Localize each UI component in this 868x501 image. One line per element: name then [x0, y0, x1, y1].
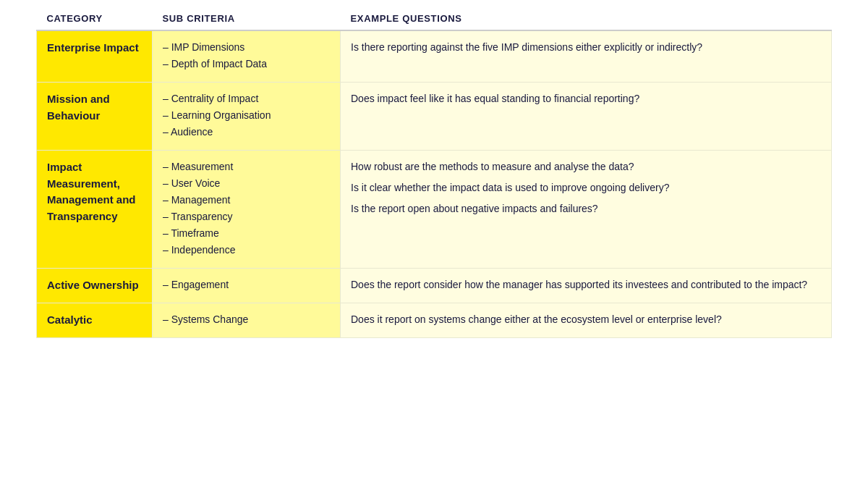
table-row: Impact Measurement, Management and Trans… — [37, 151, 832, 269]
questions-cell-impact-measurement: How robust are the methods to measure an… — [341, 151, 832, 269]
sub-criteria-item: – Learning Organisation — [163, 108, 330, 123]
sub-criteria-item: – Independence — [163, 243, 330, 258]
subcriteria-cell-enterprise-impact: – IMP Dimensions– Depth of Impact Data — [153, 30, 341, 83]
question-text: Is there reporting against the five IMP … — [351, 40, 821, 55]
questions-cell-catalytic: Does it report on systems change either … — [341, 303, 832, 338]
category-label-mission-behaviour: Mission and Behaviour — [47, 93, 110, 122]
question-text: Is it clear whether the impact data is u… — [351, 180, 821, 195]
sub-criteria-item: – Systems Change — [163, 312, 330, 327]
category-label-active-ownership: Active Ownership — [47, 279, 139, 291]
category-label-catalytic: Catalytic — [47, 313, 93, 326]
question-text: Does it report on systems change either … — [351, 312, 821, 327]
table-row: Mission and Behaviour– Centrality of Imp… — [37, 83, 832, 151]
sub-criteria-item: – Audience — [163, 125, 330, 140]
table-row: Catalytic– Systems ChangeDoes it report … — [37, 303, 832, 338]
question-text: How robust are the methods to measure an… — [351, 159, 821, 174]
sub-criteria-item: – Depth of Impact Data — [163, 56, 330, 72]
questions-cell-enterprise-impact: Is there reporting against the five IMP … — [341, 30, 832, 83]
sub-criteria-item: – User Voice — [163, 176, 330, 191]
subcriteria-cell-active-ownership: – Engagement — [153, 269, 341, 303]
main-table-container: CATEGORY SUB CRITERIA EXAMPLE QUESTIONS … — [36, 7, 832, 338]
header-questions: EXAMPLE QUESTIONS — [341, 7, 832, 30]
sub-criteria-item: – Timeframe — [163, 226, 330, 241]
sub-criteria-item: – Engagement — [163, 277, 330, 292]
table-row: Active Ownership– EngagementDoes the rep… — [37, 269, 832, 303]
category-cell-mission-behaviour: Mission and Behaviour — [37, 83, 153, 151]
questions-cell-mission-behaviour: Does impact feel like it has equal stand… — [341, 83, 832, 151]
category-cell-active-ownership: Active Ownership — [37, 269, 153, 303]
table-row: Enterprise Impact– IMP Dimensions– Depth… — [37, 30, 832, 83]
sub-criteria-item: – Measurement — [163, 159, 330, 174]
questions-cell-active-ownership: Does the report consider how the manager… — [341, 269, 832, 303]
category-cell-impact-measurement: Impact Measurement, Management and Trans… — [37, 151, 153, 269]
criteria-table: CATEGORY SUB CRITERIA EXAMPLE QUESTIONS … — [36, 7, 832, 338]
header-category: CATEGORY — [37, 7, 153, 30]
sub-criteria-item: – Transparency — [163, 209, 330, 224]
question-text: Is the report open about negative impact… — [351, 201, 821, 216]
category-label-enterprise-impact: Enterprise Impact — [47, 41, 139, 54]
question-text: Does impact feel like it has equal stand… — [351, 91, 821, 106]
subcriteria-cell-catalytic: – Systems Change — [153, 303, 341, 338]
category-cell-enterprise-impact: Enterprise Impact — [37, 30, 153, 83]
header-subcriteria: SUB CRITERIA — [153, 7, 341, 30]
sub-criteria-item: – Management — [163, 193, 330, 208]
question-text: Does the report consider how the manager… — [351, 277, 821, 292]
category-label-impact-measurement: Impact Measurement, Management and Trans… — [47, 161, 136, 222]
category-cell-catalytic: Catalytic — [37, 303, 153, 338]
table-header-row: CATEGORY SUB CRITERIA EXAMPLE QUESTIONS — [37, 7, 832, 30]
sub-criteria-item: – Centrality of Impact — [163, 91, 330, 106]
subcriteria-cell-impact-measurement: – Measurement– User Voice– Management– T… — [153, 151, 341, 269]
subcriteria-cell-mission-behaviour: – Centrality of Impact– Learning Organis… — [153, 83, 341, 151]
sub-criteria-item: – IMP Dimensions — [163, 40, 330, 55]
